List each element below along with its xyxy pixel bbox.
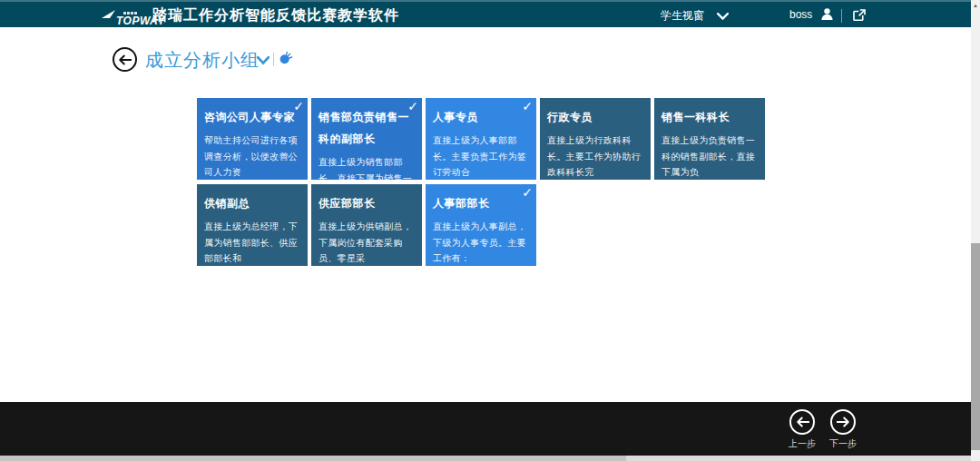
role-card[interactable]: 行政专员 直接上级为行政科科长。主要工作为协助行政科科长完 — [540, 98, 651, 180]
plug-icon — [279, 51, 293, 65]
scroll-up-icon[interactable]: ▲ — [971, 0, 980, 11]
card-title: 行政专员 — [547, 106, 643, 128]
app-footer: 上一步 下一步 — [0, 402, 980, 456]
share-button[interactable] — [851, 7, 867, 24]
next-step-button[interactable] — [830, 409, 856, 435]
role-card[interactable]: ✓ 咨询公司人事专家 帮助主持公司进行各项调查分析，以便改善公司人力资 — [197, 98, 308, 180]
plug-button[interactable] — [279, 51, 293, 65]
card-description: 直接上级为人事部部长。主要负责工作为签订劳动合 — [433, 132, 529, 180]
check-icon: ✓ — [293, 99, 304, 113]
role-card[interactable]: 销售一科科长 直接上级为负责销售一科的销售副部长，直接下属为负 — [654, 98, 765, 180]
user-icon — [819, 6, 835, 22]
role-card-grid: ✓ 咨询公司人事专家 帮助主持公司进行各项调查分析，以便改善公司人力资 ✓ 销售… — [197, 98, 767, 266]
card-title: 供销副总 — [204, 192, 300, 214]
card-title: 销售一科科长 — [662, 106, 758, 128]
role-card[interactable]: 供应部部长 直接上级为供销副总，下属岗位有配套采购员、零星采 — [311, 184, 422, 266]
card-description: 直接上级为销售部部长，直接下属为销售一科科长。主 — [318, 154, 415, 180]
vertical-scrollbar[interactable]: ▲ — [971, 0, 980, 456]
card-title: 人事专员 — [433, 106, 529, 128]
student-window-label: 学生视窗 — [661, 8, 704, 24]
title-divider — [273, 53, 274, 66]
role-card[interactable]: ✓ 人事专员 直接上级为人事部部长。主要负责工作为签订劳动合 — [426, 98, 536, 180]
card-description: 直接上级为负责销售一科的销售副部长，直接下属为负 — [662, 132, 758, 180]
app-window: TOPWAY 踏瑞工作分析智能反馈比赛教学软件 学生视窗 boss — [0, 0, 980, 461]
card-description: 直接上级为供销副总，下属岗位有配套采购员、零星采 — [318, 219, 415, 266]
vertical-scrollbar-thumb[interactable] — [971, 243, 980, 450]
app-title: 踏瑞工作分析智能反馈比赛教学软件 — [152, 6, 399, 25]
logo-swoosh-icon — [102, 10, 116, 19]
arrow-left-icon — [118, 54, 132, 65]
role-card[interactable]: 供销副总 直接上级为总经理，下属为销售部部长、供应部部长和 — [197, 184, 308, 266]
username: boss — [789, 8, 812, 21]
app-header: TOPWAY 踏瑞工作分析智能反馈比赛教学软件 学生视窗 boss — [0, 0, 980, 27]
card-description: 帮助主持公司进行各项调查分析，以便改善公司人力资 — [204, 132, 300, 180]
card-description: 直接上级为总经理，下属为销售部部长、供应部部长和 — [204, 219, 300, 266]
logo-tagline-marks — [123, 12, 137, 15]
card-title: 咨询公司人事专家 — [204, 106, 300, 128]
share-icon — [851, 7, 867, 24]
card-title: 人事部部长 — [433, 192, 529, 214]
card-title: 供应部部长 — [318, 192, 415, 214]
student-window-dropdown[interactable]: 学生视窗 — [661, 8, 729, 24]
card-description: 直接上级为行政科科长。主要工作为协助行政科科长完 — [547, 132, 643, 180]
check-icon: ✓ — [522, 99, 533, 113]
page-title-chevron-icon[interactable] — [257, 56, 270, 65]
arrow-left-icon — [796, 417, 809, 427]
role-card[interactable]: ✓ 人事部部长 直接上级为人事副总，下级为人事专员。主要工作有： — [426, 184, 536, 266]
back-button[interactable] — [113, 47, 137, 72]
next-step-label: 下一步 — [825, 437, 861, 450]
scrollbar-corner — [971, 456, 980, 461]
prev-step-button[interactable] — [789, 409, 815, 435]
card-description: 直接上级为人事副总，下级为人事专员。主要工作有： — [433, 219, 529, 266]
header-divider — [841, 9, 842, 23]
user-menu[interactable]: boss — [789, 6, 835, 22]
horizontal-scrollbar[interactable] — [0, 456, 971, 461]
prev-step-label: 上一步 — [784, 437, 820, 450]
horizontal-scrollbar-thumb[interactable] — [0, 456, 626, 461]
role-card[interactable]: ✓ 销售部负责销售一科的副部长 直接上级为销售部部长，直接下属为销售一科科长。主 — [311, 98, 422, 180]
card-title: 销售部负责销售一科的副部长 — [318, 106, 415, 150]
check-icon: ✓ — [522, 185, 533, 200]
check-icon: ✓ — [407, 99, 418, 113]
chevron-down-icon — [717, 13, 729, 20]
arrow-right-icon — [837, 417, 850, 427]
page-title: 成立分析小组 — [145, 48, 260, 73]
